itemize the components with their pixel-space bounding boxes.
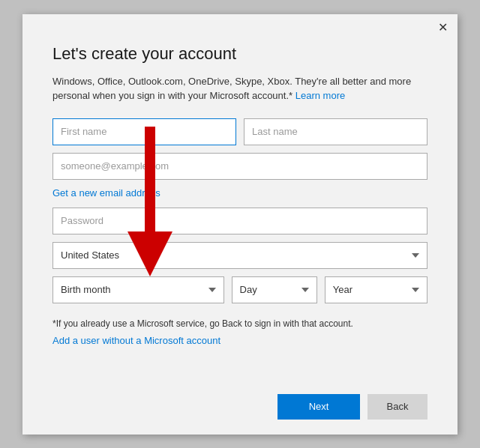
password-row: [52, 208, 428, 234]
back-button[interactable]: Back: [368, 394, 428, 420]
get-new-email-link[interactable]: Get a new email address: [52, 187, 428, 199]
birth-year-wrap: Year 20052000 19951990 19851980 19751970: [325, 276, 428, 303]
birth-day-wrap: Day 123 456 789 101520 253031: [232, 276, 317, 303]
birth-date-row: Birth month January February March April…: [52, 276, 428, 303]
birth-day-select[interactable]: Day 123 456 789 101520 253031: [232, 276, 317, 303]
country-select[interactable]: United States Canada United Kingdom Aust…: [52, 242, 428, 269]
birth-month-select[interactable]: Birth month January February March April…: [52, 276, 224, 303]
close-button[interactable]: ✕: [434, 19, 452, 37]
description-text: Windows, Office, Outlook.com, OneDrive, …: [52, 74, 428, 103]
create-account-dialog: ✕ Let's create your account Windows, Off…: [22, 14, 458, 435]
email-row: [52, 153, 428, 180]
birth-month-wrap: Birth month January February March April…: [52, 276, 224, 303]
next-button[interactable]: Next: [278, 394, 360, 420]
country-row: United States Canada United Kingdom Aust…: [52, 242, 428, 269]
close-icon: ✕: [438, 20, 448, 34]
disclaimer-text: *If you already use a Microsoft service,…: [52, 317, 428, 330]
title-bar: ✕: [22, 14, 458, 37]
button-row: Next Back: [22, 384, 458, 435]
birth-year-select[interactable]: Year 20052000 19951990 19851980 19751970: [325, 276, 428, 303]
last-name-input[interactable]: [244, 118, 428, 145]
name-row: [52, 118, 428, 145]
add-user-link[interactable]: Add a user without a Microsoft account: [52, 335, 428, 346]
learn-more-link[interactable]: Learn more: [296, 90, 345, 101]
first-name-input[interactable]: [52, 118, 236, 145]
email-input[interactable]: [52, 153, 428, 180]
dialog-content: Let's create your account Windows, Offic…: [22, 37, 458, 384]
password-input[interactable]: [52, 208, 428, 234]
page-title: Let's create your account: [52, 44, 428, 64]
